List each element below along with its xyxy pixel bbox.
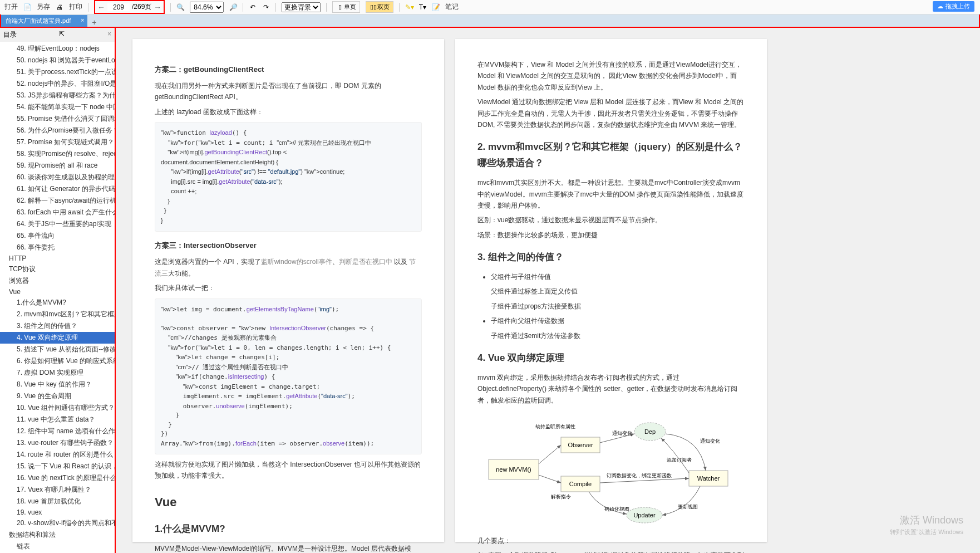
toc-item[interactable]: 50. nodejs 和 浏览器关于eventLoop: [0, 55, 115, 66]
toc-item[interactable]: Vue: [0, 287, 115, 297]
paragraph: 子组件通过props方法接受数据: [491, 301, 745, 312]
paragraph: 子组件通过$emit方法传递参数: [491, 330, 745, 341]
main-toolbar: 打开 📄 另存 🖨 打印 ← /269页 → 🔍 84.6% 🔎 ↶ ↷ 更换背…: [0, 0, 980, 14]
toc-item[interactable]: 3. 组件之间的传值？: [0, 320, 115, 332]
add-tab-icon[interactable]: +: [87, 18, 101, 27]
double-page-button[interactable]: ▯▯双页: [366, 1, 393, 13]
toc-item[interactable]: 6. 你是如何理解 Vue 的响应式系统的: [0, 355, 115, 367]
toc-item[interactable]: 1.什么是MVVM?: [0, 297, 115, 309]
toc-item[interactable]: 12. 组件中写 name 选项有什么作用？: [0, 425, 115, 437]
close-sidebar-icon[interactable]: ×: [107, 30, 111, 40]
toc-item[interactable]: 63. forEach 中用 await 会产生什么问: [0, 207, 115, 218]
redo-icon[interactable]: ↷: [262, 3, 270, 11]
code-block: "kw">function lazyload() { "kw">for("kw"…: [155, 122, 422, 232]
single-page-button[interactable]: ▯单页: [332, 1, 360, 13]
toc-item[interactable]: 66. 事件委托: [0, 242, 115, 253]
page-total: /269页: [132, 2, 151, 12]
expand-icon[interactable]: ⇱: [59, 30, 65, 40]
double-page-icon: ▯▯: [370, 3, 377, 11]
toc-item[interactable]: 59. 现Promise的 all 和 race: [0, 160, 115, 172]
toc-item[interactable]: 51. 关于process.nextTick的一点说明: [0, 66, 115, 78]
toc-item[interactable]: TCP协议: [0, 263, 115, 275]
highlight-icon[interactable]: ✎▾: [405, 3, 413, 11]
note-button[interactable]: 笔记: [445, 2, 459, 12]
toc-item[interactable]: 57. Promise 如何实现链式调用？: [0, 136, 115, 148]
toc-item[interactable]: 55. Promise 凭借什么消灭了回调地狱: [0, 113, 115, 125]
paragraph: 1）实现一个数据监听器 Observer，能够对数据对象的所有属性进行监听，如有…: [477, 550, 745, 553]
paragraph: mvc和mvvm其实区别并不大。都是一种设计思想。主要就是mvc中Control…: [477, 177, 745, 211]
svg-text:通知变化: 通知变化: [700, 438, 720, 444]
sidebar-title: 目录: [3, 30, 17, 40]
toc-item[interactable]: 9. Vue 的生命周期: [0, 390, 115, 402]
upload-button[interactable]: ☁ 拖拽上传: [933, 1, 974, 12]
toc-item[interactable]: 13. vue-router 有哪些钩子函数？: [0, 437, 115, 449]
toc-item[interactable]: 62. 解释一下async/await的运行机制。: [0, 195, 115, 207]
toc-item[interactable]: 数据结构和算法: [0, 529, 115, 541]
heading: 方案三：IntersectionObserver: [155, 239, 422, 252]
toc-item[interactable]: 56. 为什么Promise要引入微任务？: [0, 125, 115, 136]
toc-item[interactable]: 5. 描述下 vue 从初始化页面--修改数: [0, 344, 115, 355]
toc-item[interactable]: 65. 事件流向: [0, 230, 115, 242]
svg-text:Updater: Updater: [633, 512, 655, 518]
toc-item[interactable]: 15. 说一下 Vue 和 React 的认识，做: [0, 461, 115, 472]
toc-item[interactable]: 4. Vue 双向绑定原理: [0, 332, 115, 344]
toc-item[interactable]: 53. JS异步编程有哪些方案？为什么会: [0, 90, 115, 101]
save-icon[interactable]: 📄: [23, 3, 31, 11]
toc-item[interactable]: 14. route 和 router 的区别是什么？: [0, 449, 115, 461]
zoom-select[interactable]: 84.6%: [190, 2, 224, 13]
outline-sidebar: 目录 ⇱ × 49. 理解EventLoop：nodejs50. nodejs …: [0, 28, 116, 553]
paragraph: 现在我们用另外一种方式来判断图片是否出现在了当前视口，即 DOM 元素的 get…: [155, 80, 422, 103]
zoom-in-icon[interactable]: 🔎: [229, 3, 237, 11]
print-button[interactable]: 打印: [69, 2, 82, 12]
toc-item[interactable]: 18. vue 首屏加载优化: [0, 496, 115, 507]
paragraph: 区别：vue数据驱动，通过数据来显示视图层而不是节点操作。: [477, 214, 745, 226]
next-page-icon[interactable]: →: [154, 3, 161, 12]
toc-item[interactable]: 60. 谈谈你对生成器以及协程的理解: [0, 172, 115, 183]
toc-item[interactable]: 8. Vue 中 key 值的作用？: [0, 379, 115, 390]
single-page-icon: ▯: [336, 3, 344, 11]
toc-item[interactable]: 52. nodejs中的异步、非阻塞I/O是如: [0, 78, 115, 90]
svg-text:更新视图: 更新视图: [678, 504, 698, 510]
toc-item[interactable]: 11. vue 中怎么重置 data？: [0, 414, 115, 425]
zoom-out-icon[interactable]: 🔍: [176, 3, 184, 11]
open-button[interactable]: 打开: [4, 2, 18, 12]
heading: 2. mvvm和mvc区别？它和其它框架（jquery）的区别是什么？哪些场景适…: [477, 139, 745, 172]
prev-page-icon[interactable]: ←: [97, 3, 105, 12]
toc-item[interactable]: 16. Vue 的 nextTick 的原理是什么？: [0, 472, 115, 484]
mvvm-diagram: new MVVM() Observer Dep Compile Watcher …: [483, 415, 739, 526]
svg-text:劫持监听所有属性: 劫持监听所有属性: [535, 424, 575, 429]
cloud-icon: ☁: [937, 3, 943, 10]
background-select[interactable]: 更换背景: [282, 2, 321, 12]
toc-item[interactable]: 17. Vuex 有哪几种属性？: [0, 484, 115, 496]
svg-text:添加订阅者: 添加订阅者: [667, 457, 692, 463]
undo-icon[interactable]: ↶: [249, 3, 257, 11]
list: 父组件与子组件传值: [491, 271, 745, 282]
list-item: 父组件与子组件传值: [491, 271, 745, 282]
svg-text:初始化视图: 初始化视图: [604, 506, 629, 512]
toc-item[interactable]: 54. 能不能简单实现一下 node 中回调: [0, 101, 115, 113]
toc-item[interactable]: 19. vuex: [0, 507, 115, 517]
file-tab[interactable]: 前端大厂面试题宝典.pdf ×: [1, 15, 87, 27]
close-tab-icon[interactable]: ×: [81, 17, 84, 23]
page-input[interactable]: [107, 3, 130, 11]
toc-item[interactable]: 64. 关于JS中一些重要的api实现: [0, 218, 115, 230]
print-icon[interactable]: 🖨: [56, 3, 63, 11]
toc-item[interactable]: HTTP: [0, 253, 115, 263]
svg-text:Watcher: Watcher: [697, 475, 720, 482]
toc-item[interactable]: 58. 实现Promise的 resolve、reject: [0, 148, 115, 160]
toc-item[interactable]: 10. Vue 组件间通信有哪些方式？: [0, 402, 115, 414]
save-button[interactable]: 另存: [37, 2, 50, 12]
table-of-contents: 49. 理解EventLoop：nodejs50. nodejs 和 浏览器关于…: [0, 42, 115, 553]
toc-item[interactable]: 61. 如何让 Generator 的异步代码按: [0, 183, 115, 195]
heading: 4. Vue 双向绑定原理: [477, 350, 745, 366]
toc-item[interactable]: 7. 虚拟 DOM 实现原理: [0, 367, 115, 379]
page-right: 在MVVM架构下，View 和 Model 之间并没有直接的联系，而是通过Vie…: [455, 39, 767, 542]
toc-item[interactable]: 49. 理解EventLoop：nodejs: [0, 43, 115, 55]
toc-item[interactable]: 2. mvvm和mvc区别？它和其它框架: [0, 309, 115, 320]
paragraph: 这是浏览器内置的一个 API，实现了监听window的scroll事件、判断是否…: [155, 256, 422, 279]
toc-item[interactable]: 链表: [0, 541, 115, 552]
text-icon[interactable]: T▾: [418, 3, 426, 11]
toc-item[interactable]: 20. v-show和v-if指令的共同点和不同: [0, 517, 115, 529]
note-icon[interactable]: 📝: [432, 3, 440, 11]
toc-item[interactable]: 浏览器: [0, 275, 115, 287]
